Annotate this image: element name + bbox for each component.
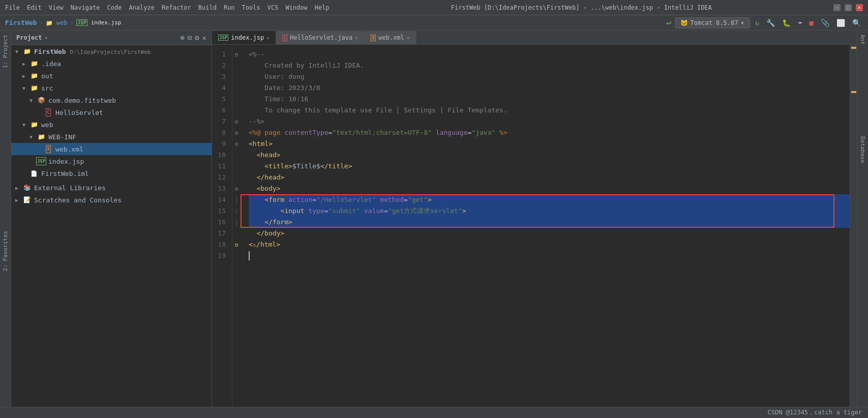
- minimize-button[interactable]: —: [833, 4, 841, 11]
- frame-icon[interactable]: ⬜: [834, 18, 847, 28]
- menu-refactor[interactable]: Refactor: [162, 4, 191, 11]
- tree-item-firstweb[interactable]: ▼ 📁 FirstWeb D:\IdeaProjects\FirstWeb: [11, 45, 212, 57]
- project-tab[interactable]: 1: Project: [2, 35, 9, 68]
- menu-edit[interactable]: Edit: [27, 4, 42, 11]
- tree-item-idea[interactable]: ▶ 📁 .idea: [11, 57, 212, 70]
- gutter-1[interactable]: ⊟: [232, 49, 241, 60]
- project-tree: ▼ 📁 FirstWeb D:\IdeaProjects\FirstWeb ▶ …: [11, 45, 212, 407]
- gutter-6: [232, 105, 241, 116]
- tree-item-webxml[interactable]: X web.xml: [11, 143, 212, 155]
- code-line-7: --%>: [249, 116, 850, 127]
- search-everywhere-icon[interactable]: 🔍: [850, 18, 863, 28]
- tree-item-ext-libs[interactable]: ▶ 📚 External Libraries: [11, 182, 212, 194]
- back-navigation-icon[interactable]: ↩: [666, 17, 672, 28]
- code-text-11a: <title>: [249, 161, 292, 172]
- folder-icon-web: 📁: [29, 120, 39, 129]
- status-bar: CSDN @12345，catch a tiger: [0, 407, 868, 418]
- gutter-10: [232, 150, 241, 161]
- database-tab[interactable]: Database: [859, 136, 866, 163]
- code-text-14h: >: [428, 194, 432, 205]
- breadcrumb-web[interactable]: 📁 web: [46, 19, 68, 26]
- menu-file[interactable]: File: [5, 4, 20, 11]
- window-controls[interactable]: — □ ✕: [833, 4, 863, 11]
- editor-area: JSP index.jsp ✕ C HelloServlet.java ✕ X …: [212, 31, 857, 407]
- maximize-button[interactable]: □: [845, 4, 852, 11]
- gutter-15[interactable]: │: [232, 205, 241, 217]
- tree-item-web[interactable]: ▼ 📁 web: [11, 118, 212, 131]
- tab-helloservlet[interactable]: C HelloServlet.java ✕: [276, 31, 365, 44]
- code-line-17: </body>: [249, 228, 850, 239]
- main-layout: 1: Project 2: Favorites Project ▾ ⊕ ⊟ ⚙ …: [0, 31, 868, 407]
- tree-item-webinf[interactable]: ▼ 📁 WEB-INF: [11, 131, 212, 143]
- tab-close-helloservlet[interactable]: ✕: [355, 35, 358, 41]
- gutter-18[interactable]: ⊟: [232, 239, 241, 250]
- tree-item-scratches[interactable]: ▶ 📝 Scratches and Consoles: [11, 194, 212, 206]
- code-text-8a: <%@: [249, 127, 264, 138]
- gutter-11: [232, 161, 241, 172]
- menu-help[interactable]: Help: [315, 4, 330, 11]
- left-vtabs: 1: Project 2: Favorites: [0, 31, 11, 407]
- menu-tools[interactable]: Tools: [242, 4, 260, 11]
- project-dropdown-icon[interactable]: ▾: [45, 35, 48, 41]
- coverage-icon[interactable]: ☂: [796, 18, 804, 28]
- sidebar-settings-icon[interactable]: ⚙: [195, 34, 199, 42]
- code-text-3: User: dong: [249, 71, 305, 82]
- menu-vcs[interactable]: VCS: [267, 4, 279, 11]
- tomcat-chevron[interactable]: ▾: [740, 19, 744, 26]
- reload-icon[interactable]: ↻: [753, 18, 761, 28]
- sidebar-layout-icon[interactable]: ⊟: [188, 34, 192, 42]
- gutter-16[interactable]: │: [232, 217, 241, 228]
- menu-bar[interactable]: File Edit View Navigate Code Analyze Ref…: [5, 4, 330, 11]
- code-text-15h: >: [462, 205, 466, 217]
- breadcrumb-project[interactable]: FirstWeb: [5, 19, 37, 26]
- close-button[interactable]: ✕: [856, 4, 863, 11]
- menu-run[interactable]: Run: [224, 4, 235, 11]
- code-content[interactable]: <%-- Created by IntelliJ IDEA. User: don…: [241, 45, 850, 407]
- build-icon[interactable]: 🔧: [764, 18, 777, 28]
- tab-xml-icon: X: [371, 35, 376, 41]
- tomcat-selector[interactable]: 🐱 Tomcat 8.5.87 ▾: [675, 17, 750, 28]
- breadcrumb-jsp[interactable]: JSP index.jsp: [76, 19, 121, 26]
- gutter-7[interactable]: ⊟: [232, 116, 241, 127]
- code-text-15a: <input: [249, 205, 308, 217]
- menu-navigate[interactable]: Navigate: [71, 4, 100, 11]
- code-text-15g: "get方式请求servlet": [388, 205, 462, 217]
- tree-item-package[interactable]: ▼ 📦 com.demo.fitstweb: [11, 94, 212, 106]
- tab-close-webxml[interactable]: ✕: [407, 35, 410, 41]
- code-text-6: To change this template use File | Setti…: [249, 105, 507, 116]
- gutter-9[interactable]: ⊟: [232, 138, 241, 150]
- folder-icon-src: 📁: [29, 83, 39, 93]
- code-editor[interactable]: 1 2 3 4 5 6 7 8 9 10 11 12 13 14 15 16 1…: [212, 45, 857, 407]
- favorites-tab[interactable]: 2: Favorites: [2, 231, 9, 271]
- gutter-13[interactable]: ⊟: [232, 183, 241, 194]
- tree-label-out: out: [41, 72, 53, 80]
- sidebar-close-icon[interactable]: ✕: [202, 34, 206, 42]
- tree-item-out[interactable]: ▶ 📁 out: [11, 70, 212, 82]
- tab-close-indexjsp[interactable]: ✕: [266, 35, 270, 41]
- tree-item-iml[interactable]: 📄 FirstWeb.iml: [11, 167, 212, 180]
- debug-icon[interactable]: 🐛: [780, 18, 793, 28]
- menu-view[interactable]: View: [49, 4, 64, 11]
- tomcat-label: Tomcat 8.5.87: [691, 19, 738, 26]
- tree-item-helloservlet[interactable]: C HelloServlet: [11, 106, 212, 118]
- tab-webxml[interactable]: X web.xml ✕: [365, 31, 416, 44]
- stop-icon[interactable]: ■: [807, 18, 816, 28]
- tree-label-iml: FirstWeb.iml: [41, 170, 89, 177]
- gutter-14[interactable]: │: [232, 194, 241, 205]
- tree-arrow-src: ▼: [22, 85, 29, 91]
- attach-icon[interactable]: 📎: [819, 18, 831, 28]
- tree-item-indexjsp[interactable]: JSP index.jsp: [11, 155, 212, 167]
- menu-window[interactable]: Window: [285, 4, 307, 11]
- ln-16: 16: [216, 217, 226, 228]
- tree-label-firstweb: FirstWeb D:\IdeaProjects\FirstWeb: [34, 48, 151, 55]
- tree-item-src[interactable]: ▼ 📁 src: [11, 82, 212, 94]
- menu-analyze[interactable]: Analyze: [129, 4, 155, 11]
- ant-tab[interactable]: Ant: [859, 35, 866, 45]
- right-vtabs: Ant Database: [857, 31, 868, 407]
- ln-3: 3: [216, 71, 226, 82]
- gutter-8[interactable]: ⊟: [232, 127, 241, 138]
- menu-code[interactable]: Code: [107, 4, 122, 11]
- tab-index-jsp[interactable]: JSP index.jsp ✕: [212, 31, 276, 44]
- sidebar-add-icon[interactable]: ⊕: [180, 34, 184, 42]
- menu-build[interactable]: Build: [198, 4, 217, 11]
